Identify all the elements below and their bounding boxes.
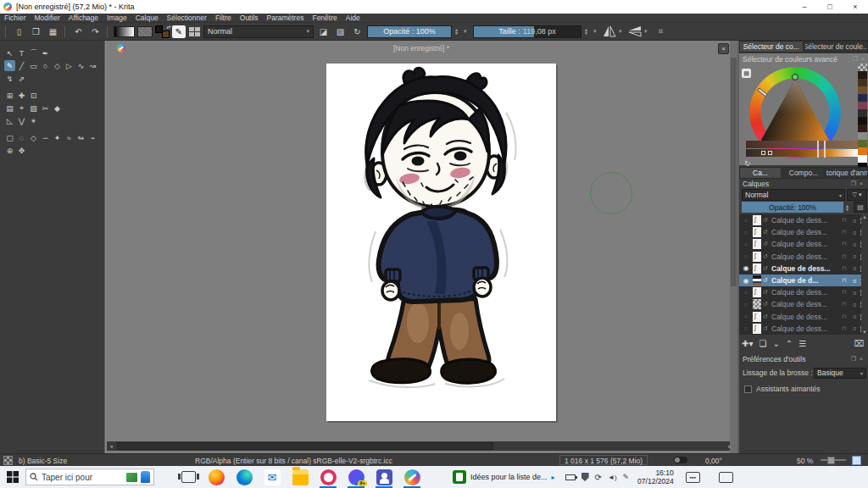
save-document-button[interactable]: ▦ — [46, 25, 60, 38]
menu-image[interactable]: Image — [103, 14, 131, 23]
undo-button[interactable]: ↶ — [71, 25, 86, 38]
touch-keyboard-icon[interactable]: ▪▪▪ — [686, 472, 700, 483]
layer-hidden-eye-icon[interactable]: ○ — [741, 252, 751, 260]
layer-row[interactable]: ○↺Calque de dess...⊓α — [739, 323, 868, 335]
menu-calque[interactable]: Calque — [131, 14, 163, 23]
layer-inherit-alpha-icon[interactable]: α — [850, 241, 859, 247]
start-button[interactable] — [0, 466, 25, 488]
vscroll-thumb[interactable] — [731, 58, 737, 286]
layer-filter-button[interactable]: ▽ ▾ — [847, 189, 867, 201]
snap-assistants-checkbox[interactable] — [744, 385, 752, 393]
layer-name[interactable]: Calque de d... — [771, 276, 838, 285]
tool-rectangle[interactable]: ▭ — [28, 60, 39, 71]
tool-measure[interactable]: ◺ — [4, 115, 15, 126]
layer-inherit-alpha-icon[interactable]: α — [850, 218, 859, 224]
chevron-down-icon[interactable]: ▾ — [593, 28, 600, 35]
layer-inherit-alpha-icon[interactable]: α — [850, 265, 859, 271]
battery-icon[interactable] — [565, 474, 576, 480]
tab-selecteur-de-coule[interactable]: Sélecteur de coule... — [804, 41, 868, 53]
layer-row[interactable]: ○↺Calque de dess...⊓α — [739, 251, 868, 263]
tool-multibrush[interactable]: ⇗ — [16, 73, 27, 84]
dock-float-close-icons[interactable]: ❐ × — [853, 56, 868, 63]
brush-presets-button[interactable] — [188, 26, 201, 37]
pen-icon[interactable]: ✎ — [623, 473, 630, 481]
history-swatch[interactable] — [858, 79, 867, 86]
layer-visible-eye-icon[interactable]: ◉ — [741, 264, 751, 272]
tab-selecteur-de-co[interactable]: Sélecteur de co... — [739, 41, 804, 53]
layer-name[interactable]: Calque de dess... — [771, 252, 838, 261]
menu-fichier[interactable]: Fichier — [0, 14, 31, 23]
layer-row[interactable]: ○↺Calque de dess...⊓α — [739, 238, 868, 250]
opacity-spinner[interactable]: ▲▼ — [454, 28, 461, 35]
layer-inherit-alpha-icon[interactable]: α — [850, 313, 859, 319]
tool-select-shapes[interactable]: ↖ — [4, 47, 15, 58]
notification-center-icon[interactable] — [719, 472, 733, 483]
layer-name[interactable]: Calque de dess... — [771, 216, 838, 225]
menu-fenetre[interactable]: Fenêtre — [308, 14, 341, 23]
layer-lock-icon[interactable]: ⊓ — [840, 325, 849, 332]
history-swatch[interactable] — [858, 71, 867, 79]
preserve-alpha-button[interactable]: ▨ — [333, 25, 348, 38]
layer-lock-icon[interactable]: ⊓ — [840, 289, 849, 296]
sync-icon[interactable]: ⟳ — [595, 473, 602, 482]
history-swatch[interactable] — [858, 147, 867, 155]
layer-row[interactable]: ◉↺Calque de d...⊓α — [739, 274, 868, 286]
minimize-button[interactable]: – — [792, 0, 817, 14]
layer-opacity-slider[interactable]: Opacité: 100% — [742, 202, 843, 213]
tool-ellipse-select[interactable]: ◌ — [16, 132, 27, 143]
taskbar-teams-icon[interactable] — [374, 466, 394, 488]
tool-magnetic-select[interactable]: ⌁ — [87, 132, 98, 143]
wrap-around-mode-icon[interactable]: ⌗ — [654, 25, 668, 38]
dock-float-close-icons[interactable]: ❐ × — [851, 356, 866, 363]
layer-hidden-eye-icon[interactable]: ○ — [741, 289, 751, 297]
history-swatch[interactable] — [858, 132, 867, 140]
layer-inherit-alpha-icon[interactable]: α — [850, 290, 859, 296]
layer-lock-icon[interactable]: ⊓ — [840, 241, 849, 247]
menu-parametres[interactable]: Paramètres — [263, 14, 309, 23]
layer-lock-icon[interactable]: ⊓ — [840, 313, 849, 320]
delete-layer-button[interactable]: ⌧ — [854, 339, 864, 348]
document-close-button[interactable]: × — [718, 43, 729, 54]
chevron-down-icon[interactable]: ▾ — [644, 28, 651, 35]
tool-fill[interactable]: ◆ — [52, 103, 63, 114]
dock-tab-historique-d-annu[interactable]: Historique d'annu... — [826, 167, 868, 179]
layer-hidden-eye-icon[interactable]: ○ — [741, 313, 751, 320]
history-swatch[interactable] — [858, 117, 867, 125]
zoom-slider[interactable] — [821, 459, 846, 461]
fit-canvas-icon[interactable] — [852, 456, 861, 465]
tool-similar-select[interactable]: ≈ — [64, 132, 75, 143]
layer-inherit-alpha-icon[interactable]: α — [850, 302, 859, 308]
taskbar-game-icon[interactable]: 9+ — [346, 466, 366, 488]
taskbar-krita-icon[interactable] — [402, 466, 422, 488]
layer-blend-mode-select[interactable]: Normal ▾ — [742, 189, 845, 201]
new-document-button[interactable]: ▯ — [12, 25, 26, 38]
history-swatch[interactable] — [858, 102, 867, 109]
size-slider[interactable]: Taille : 119,08 px — [473, 25, 581, 38]
move-layer-up-button[interactable]: ⌃ — [786, 339, 793, 348]
history-swatch[interactable] — [858, 109, 867, 117]
security-shield-icon[interactable] — [581, 473, 589, 481]
open-document-button[interactable]: ❒ — [29, 25, 43, 38]
taskbar-edge-icon[interactable] — [234, 466, 254, 488]
layer-lock-icon[interactable]: ⊓ — [840, 217, 849, 224]
layer-list-options-icon[interactable]: ▤ — [854, 202, 867, 213]
layer-row[interactable]: ○↺Calque de dess...⊓α — [739, 298, 868, 310]
document-page[interactable] — [326, 64, 556, 421]
layer-name[interactable]: Calque de dess... — [771, 264, 838, 273]
tool-dynamic-brush[interactable]: ↯ — [4, 73, 15, 84]
add-layer-button[interactable]: ✚▾ — [742, 339, 753, 348]
tool-text[interactable]: T — [16, 47, 27, 58]
layer-lock-icon[interactable]: ⊓ — [840, 277, 849, 284]
layer-hidden-eye-icon[interactable]: ○ — [741, 301, 751, 308]
fg-bg-colors[interactable]: ⇄ — [155, 25, 170, 38]
brush-editor-button[interactable]: ✎ — [172, 25, 186, 38]
horizontal-scrollbar[interactable]: ◂ ▸ — [107, 441, 734, 451]
history-swatch[interactable] — [858, 86, 867, 94]
layer-name[interactable]: Calque de dess... — [771, 313, 838, 321]
layer-properties-button[interactable]: ☰ — [798, 339, 806, 348]
menu-filtre[interactable]: Filtre — [211, 14, 236, 23]
layer-lock-icon[interactable]: ⊓ — [840, 301, 849, 308]
mirror-horizontal-icon[interactable] — [603, 25, 616, 37]
layer-lock-icon[interactable]: ⊓ — [840, 253, 849, 260]
canvas-area[interactable]: [Non enregistré] * × — [105, 41, 737, 453]
